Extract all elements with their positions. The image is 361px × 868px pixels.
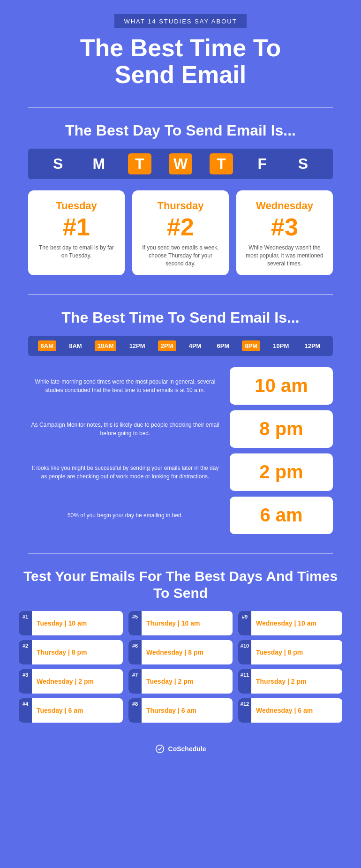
header-subtitle: WHAT 14 STUDIES SAY ABOUT	[124, 18, 237, 25]
best-time-title: The Best Time To Send Email Is...	[28, 309, 333, 326]
best-time-section: The Best Time To Send Email Is... 6AM 8A…	[0, 304, 361, 543]
test-item-5-num: #5	[128, 611, 142, 635]
time-row-2-box: 8 pm	[230, 410, 333, 448]
time-8pm: 8PM	[242, 340, 260, 351]
test-section: Test Your Emails For The Best Days And T…	[0, 563, 361, 737]
day-card-2-desc: If you send two emails a week, choose Th…	[140, 244, 221, 267]
day-T2: T	[210, 153, 233, 174]
day-bar: S M T W T F S	[28, 149, 333, 179]
day-card-2-name: Thursday	[140, 200, 221, 212]
day-M: M	[87, 155, 111, 173]
test-item-12-text: Wednesday | 6 am	[251, 706, 317, 715]
test-item-10-num: #10	[238, 640, 251, 664]
divider-3	[28, 553, 333, 554]
time-row-2: As Campaign Monitor notes, this is likel…	[28, 410, 333, 448]
test-item-6-text: Wednesday | 8 pm	[142, 648, 208, 657]
day-card-1-rank: #1	[36, 215, 117, 239]
divider-1	[28, 107, 333, 108]
time-4pm: 4PM	[186, 340, 204, 351]
day-W: W	[169, 153, 192, 174]
time-row-4-value: 6 am	[260, 505, 302, 526]
time-10am: 10AM	[95, 340, 117, 351]
test-item-1-text: Tuesday | 10 am	[32, 619, 91, 627]
header-title: The Best Time ToSend Email	[28, 35, 333, 88]
time-row-2-desc: As Campaign Monitor notes, this is likel…	[28, 421, 222, 438]
time-rows: While late-morning send times were the m…	[28, 367, 333, 534]
time-row-3: It looks like you might be successful by…	[28, 453, 333, 491]
test-item-4-text: Tuesday | 6 am	[32, 706, 88, 715]
coschedule-icon	[155, 744, 165, 754]
day-card-1-name: Tuesday	[36, 200, 117, 212]
day-card-3-name: Wednesday	[244, 200, 325, 212]
test-item-9-text: Wednesday | 10 am	[251, 619, 321, 627]
test-item-1-num: #1	[19, 611, 32, 635]
test-item-8-text: Thursday | 6 am	[142, 706, 201, 715]
test-item-9-num: #9	[238, 611, 251, 635]
time-row-3-value: 2 pm	[259, 461, 303, 483]
time-6am: 6AM	[38, 340, 56, 351]
day-card-3-rank: #3	[244, 215, 325, 239]
subtitle-box: WHAT 14 STUDIES SAY ABOUT	[114, 14, 246, 28]
time-12pm-2: 12PM	[301, 340, 323, 351]
test-item-2: #2 Thursday | 8 pm	[19, 640, 123, 664]
test-item-7-num: #7	[128, 669, 142, 694]
test-item-11-num: #11	[238, 669, 251, 694]
test-item-8: #8 Thursday | 6 am	[128, 698, 233, 723]
time-2pm: 2PM	[158, 340, 176, 351]
time-12pm-1: 12PM	[127, 340, 148, 351]
time-6pm: 6PM	[214, 340, 233, 351]
best-day-title: The Best Day To Send Email Is...	[28, 122, 333, 139]
time-10pm: 10PM	[270, 340, 292, 351]
test-item-5: #5 Thursday | 10 am	[128, 611, 233, 635]
test-item-3: #3 Wednesday | 2 pm	[19, 669, 123, 694]
time-row-1-box: 10 am	[230, 367, 333, 405]
test-item-5-text: Thursday | 10 am	[142, 619, 204, 627]
test-item-12-num: #12	[238, 698, 251, 723]
test-item-1: #1 Tuesday | 10 am	[19, 611, 123, 635]
time-row-4: 50% of you begin your day be emailing in…	[28, 497, 333, 534]
test-item-12: #12 Wednesday | 6 am	[238, 698, 342, 723]
time-row-1-desc: While late-morning send times were the m…	[28, 377, 222, 394]
test-grid: #1 Tuesday | 10 am #2 Thursday | 8 pm #3…	[19, 611, 342, 723]
divider-2	[28, 294, 333, 295]
time-row-3-desc: It looks like you might be successful by…	[28, 464, 222, 481]
test-item-10-text: Tuesday | 8 pm	[251, 648, 308, 657]
day-card-1-desc: The best day to email is by far on Tuesd…	[36, 244, 117, 260]
time-row-4-box: 6 am	[230, 497, 333, 534]
test-item-11-text: Thursday | 2 pm	[251, 677, 311, 686]
day-card-2-rank: #2	[140, 215, 221, 239]
footer-logo: CoSchedule	[168, 745, 206, 753]
time-row-1-value: 10 am	[255, 375, 308, 396]
test-item-4-num: #4	[19, 698, 32, 723]
test-item-4: #4 Tuesday | 6 am	[19, 698, 123, 723]
best-day-section: The Best Day To Send Email Is... S M T W…	[0, 117, 361, 284]
day-card-2: Thursday #2 If you send two emails a wee…	[132, 190, 229, 275]
test-col-3: #9 Wednesday | 10 am #10 Tuesday | 8 pm …	[238, 611, 342, 723]
day-cards: Tuesday #1 The best day to email is by f…	[28, 190, 333, 275]
day-card-1: Tuesday #1 The best day to email is by f…	[28, 190, 125, 275]
test-item-6-num: #6	[128, 640, 142, 664]
time-8am: 8AM	[66, 340, 84, 351]
day-card-3: Wednesday #3 While Wednesday wasn't the …	[236, 190, 333, 275]
header: WHAT 14 STUDIES SAY ABOUT The Best Time …	[0, 0, 361, 98]
day-S1: S	[46, 155, 70, 173]
test-item-3-num: #3	[19, 669, 32, 694]
test-item-2-text: Thursday | 8 pm	[32, 648, 91, 657]
test-item-8-num: #8	[128, 698, 142, 723]
test-item-6: #6 Wednesday | 8 pm	[128, 640, 233, 664]
time-bar: 6AM 8AM 10AM 12PM 2PM 4PM 6PM 8PM 10PM 1…	[28, 336, 333, 356]
day-S2: S	[291, 155, 315, 173]
day-F: F	[250, 155, 274, 173]
test-item-7-text: Tuesday | 2 pm	[142, 677, 198, 686]
footer: CoSchedule	[0, 737, 361, 761]
day-card-3-desc: While Wednesday wasn't the most popular,…	[244, 244, 325, 267]
test-item-11: #11 Thursday | 2 pm	[238, 669, 342, 694]
time-row-4-desc: 50% of you begin your day be emailing in…	[28, 511, 222, 520]
test-item-9: #9 Wednesday | 10 am	[238, 611, 342, 635]
test-item-7: #7 Tuesday | 2 pm	[128, 669, 233, 694]
test-item-3-text: Wednesday | 2 pm	[32, 677, 98, 686]
time-row-2-value: 8 pm	[259, 418, 303, 439]
test-item-2-num: #2	[19, 640, 32, 664]
svg-point-0	[156, 745, 164, 753]
test-item-10: #10 Tuesday | 8 pm	[238, 640, 342, 664]
